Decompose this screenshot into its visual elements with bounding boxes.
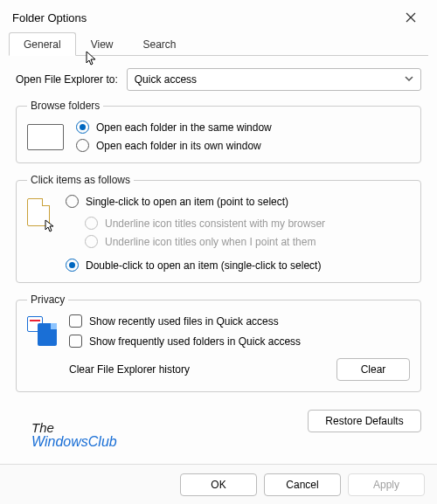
radio-underline-browser-label: Underline icon titles consistent with my… — [105, 217, 325, 230]
radio-own-window-label: Open each folder in its own window — [96, 140, 261, 152]
radio-underline-point: Underline icon titles only when I point … — [85, 235, 410, 248]
radio-icon — [85, 217, 98, 230]
radio-same-window[interactable]: Open each folder in the same window — [76, 121, 272, 134]
chevron-down-icon — [405, 73, 413, 86]
radio-icon — [66, 259, 79, 272]
privacy-icon — [27, 316, 57, 346]
browse-folders-group: Browse folders Open each folder in the s… — [16, 100, 421, 163]
radio-single-click-label: Single-click to open an item (point to s… — [86, 196, 288, 208]
browse-folders-legend: Browse folders — [27, 100, 103, 112]
check-frequent-folders-label: Show frequently used folders in Quick ac… — [89, 335, 301, 348]
check-recent-files[interactable]: Show recently used files in Quick access — [69, 314, 301, 328]
check-frequent-folders[interactable]: Show frequently used folders in Quick ac… — [69, 335, 301, 348]
branding-watermark: The WindowsClub — [31, 421, 117, 450]
folder-window-icon — [27, 124, 64, 150]
radio-icon — [76, 139, 89, 152]
close-button[interactable] — [395, 5, 427, 30]
radio-icon — [66, 195, 79, 208]
apply-button[interactable]: Apply — [348, 473, 425, 496]
open-explorer-value: Quick access — [135, 73, 197, 86]
ok-button[interactable]: OK — [180, 473, 257, 496]
radio-icon — [85, 235, 98, 248]
clear-history-label: Clear File Explorer history — [69, 363, 190, 376]
tab-panel-general: Open File Explorer to: Quick access Brow… — [0, 56, 437, 410]
tab-search[interactable]: Search — [128, 32, 191, 56]
open-explorer-select[interactable]: Quick access — [127, 68, 421, 91]
clear-button[interactable]: Clear — [336, 358, 410, 381]
tab-view[interactable]: View — [76, 32, 128, 56]
radio-underline-browser: Underline icon titles consistent with my… — [85, 217, 410, 230]
branding-line1: The — [31, 421, 117, 435]
radio-same-window-label: Open each folder in the same window — [96, 121, 272, 134]
dialog-button-row: OK Cancel Apply — [0, 464, 437, 504]
radio-icon — [76, 121, 89, 134]
window-title: Folder Options — [12, 11, 87, 24]
click-page-icon — [27, 198, 53, 230]
restore-defaults-button[interactable]: Restore Defaults — [308, 410, 421, 432]
radio-underline-point-label: Underline icon titles only when I point … — [105, 236, 316, 248]
privacy-legend: Privacy — [27, 293, 68, 306]
radio-double-click[interactable]: Double-click to open an item (single-cli… — [66, 259, 410, 272]
checkbox-icon — [69, 314, 82, 328]
branding-line2: WindowsClub — [31, 435, 117, 450]
click-items-group: Click items as follows Single-click to o… — [16, 174, 421, 283]
click-items-legend: Click items as follows — [27, 174, 134, 186]
radio-double-click-label: Double-click to open an item (single-cli… — [86, 259, 321, 272]
titlebar: Folder Options — [0, 0, 437, 31]
open-explorer-label: Open File Explorer to: — [16, 73, 118, 86]
check-recent-files-label: Show recently used files in Quick access — [89, 315, 279, 328]
folder-options-window: Folder Options General View Search Open … — [0, 0, 437, 504]
privacy-group: Privacy Show recently used files in Quic… — [16, 293, 421, 392]
tab-strip: General View Search — [9, 31, 428, 56]
open-explorer-row: Open File Explorer to: Quick access — [16, 68, 421, 91]
radio-single-click[interactable]: Single-click to open an item (point to s… — [66, 195, 410, 208]
close-icon — [406, 12, 416, 23]
cancel-button[interactable]: Cancel — [264, 473, 341, 496]
checkbox-icon — [69, 335, 82, 348]
tab-general[interactable]: General — [9, 32, 76, 56]
radio-own-window[interactable]: Open each folder in its own window — [76, 139, 272, 152]
